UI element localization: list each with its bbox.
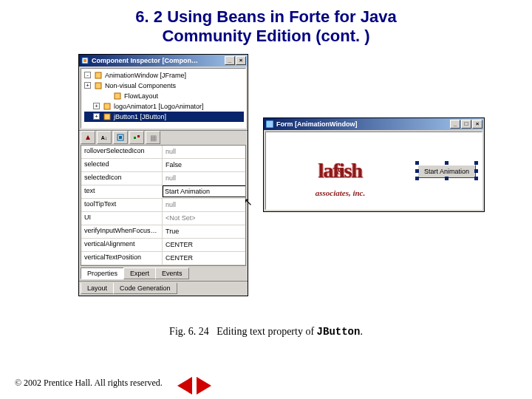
tabs-upper: PropertiesExpertEvents (79, 266, 248, 281)
property-row[interactable]: verticalTextPositionCENTER (81, 252, 245, 265)
tab-layout[interactable]: Layout (81, 283, 114, 294)
property-row[interactable]: selectedFalse (81, 159, 245, 172)
nav-arrows (177, 377, 211, 395)
svg-rect-1 (83, 59, 86, 62)
caption-text: Editing text property of (216, 326, 316, 337)
property-row[interactable]: text… (81, 185, 245, 199)
expand-icon[interactable]: - (84, 72, 91, 78)
property-name: UI (81, 212, 163, 225)
svg-rect-2 (95, 72, 101, 78)
property-value[interactable]: True (163, 225, 245, 238)
tree-row[interactable]: -AnimationWindow [JFrame] (84, 70, 244, 81)
property-name: verticalAlignment (81, 239, 163, 251)
next-slide-icon[interactable] (197, 377, 211, 395)
form-titlebar[interactable]: Form [AnimationWindow] _ □ × (264, 118, 484, 130)
property-name: verticalTextPosition (81, 252, 163, 265)
customizer-icon[interactable] (129, 131, 144, 144)
property-table: rolloverSelectedIconnullselectedFalsesel… (81, 145, 246, 266)
svg-rect-9 (134, 137, 136, 139)
prev-slide-icon[interactable] (177, 377, 192, 395)
inspector-titlebar[interactable]: Component Inspector [Compon… _ × (79, 55, 248, 66)
resize-handle[interactable] (474, 177, 478, 180)
expand-icon[interactable]: + (93, 103, 100, 109)
component-tree[interactable]: -AnimationWindow [JFrame]+Non-visual Com… (81, 68, 246, 129)
property-name: selected (81, 159, 163, 171)
property-name: toolTipText (81, 199, 163, 211)
form-canvas[interactable]: lafish & associates, inc. Start Animatio… (265, 132, 482, 210)
title-line-1: 6. 2 Using Beans in Forte for Java (30, 7, 502, 27)
inspector-title-text: Component Inspector [Compon… (92, 57, 198, 64)
property-value[interactable]: CENTER (163, 239, 245, 251)
jbutton-selection[interactable]: Start Animation (417, 163, 476, 178)
property-row[interactable]: verticalAlignmentCENTER (81, 239, 245, 252)
tabs-lower: LayoutCode Generation (79, 281, 248, 296)
form-title-text: Form [AnimationWindow] (276, 120, 357, 128)
component-icon (94, 81, 103, 90)
title-line-2: Community Edition (cont. ) (30, 27, 502, 46)
property-row[interactable]: UI<Not Set> (81, 212, 245, 225)
expand-icon[interactable]: + (93, 113, 100, 120)
property-value[interactable]: … (163, 185, 245, 198)
svg-rect-5 (104, 103, 110, 109)
resize-handle[interactable] (445, 161, 449, 165)
help-icon[interactable]: ▦ (146, 131, 160, 144)
slide-title: 6. 2 Using Beans in Forte for Java Commu… (0, 0, 532, 50)
svg-rect-10 (137, 135, 140, 137)
close-button[interactable]: × (236, 56, 246, 65)
caption-number: Fig. 6. 24 (169, 326, 209, 337)
property-value[interactable]: <Not Set> (163, 212, 245, 225)
form-close-button[interactable]: × (472, 120, 482, 129)
form-maximize-button[interactable]: □ (461, 120, 471, 129)
window-icon (81, 56, 89, 65)
tab-expert[interactable]: Expert (123, 267, 156, 279)
property-value[interactable]: False (163, 159, 245, 171)
tree-row[interactable]: FlowLayout (84, 91, 244, 101)
property-row[interactable]: selectedIconnull (81, 172, 245, 185)
property-row[interactable]: rolloverSelectedIconnull (81, 146, 245, 159)
tree-label: FlowLayout (124, 92, 158, 100)
resize-handle[interactable] (445, 177, 449, 180)
logo-animator-component[interactable]: lafish & associates, inc. (266, 132, 415, 209)
screenshot-area: Component Inspector [Compon… _ × -Animat… (78, 54, 485, 313)
sort-az-icon[interactable]: A↓ (97, 131, 112, 144)
minimize-button[interactable]: _ (225, 56, 235, 65)
resize-handle[interactable] (415, 169, 419, 173)
tab-events[interactable]: Events (155, 267, 189, 279)
resize-handle[interactable] (415, 161, 419, 165)
logo-ampersand: & (336, 166, 344, 177)
property-row[interactable]: toolTipTextnull (81, 199, 245, 212)
form-window-icon (265, 120, 274, 129)
component-icon (94, 71, 103, 80)
svg-rect-11 (266, 120, 273, 128)
property-name: verifyInputWhenFocus… (81, 225, 163, 238)
resize-handle[interactable] (415, 177, 419, 180)
tree-row[interactable]: +Non-visual Components (84, 81, 244, 91)
property-row[interactable]: verifyInputWhenFocus…True (81, 225, 245, 239)
tree-label: jButton1 [JButton] (114, 113, 166, 120)
property-value[interactable]: CENTER (163, 252, 245, 265)
property-name: rolloverSelectedIcon (81, 146, 163, 158)
logo-subtitle: associates, inc. (316, 188, 366, 197)
show-editor-icon[interactable] (113, 131, 128, 144)
form-designer-window: Form [AnimationWindow] _ □ × lafish & as… (263, 117, 485, 212)
caption-code: JButton (317, 326, 361, 338)
expand-icon[interactable]: + (84, 82, 91, 89)
property-text-input[interactable] (163, 185, 245, 197)
sort-asc-icon[interactable] (81, 131, 95, 144)
property-value[interactable]: null (163, 146, 245, 158)
tab-code-generation[interactable]: Code Generation (113, 283, 177, 294)
resize-handle[interactable] (474, 161, 478, 165)
property-value[interactable]: null (163, 172, 245, 185)
form-minimize-button[interactable]: _ (450, 120, 460, 129)
tree-row[interactable]: +logoAnimator1 [LogoAnimator] (84, 101, 244, 112)
tree-row[interactable]: +jButton1 [JButton] (84, 112, 244, 122)
inspector-toolbar: A↓ ▦ (79, 130, 248, 145)
component-icon (103, 102, 112, 111)
tree-label: Non-visual Components (105, 82, 176, 89)
copyright-text: © 2002 Prentice Hall. All rights reserve… (15, 378, 163, 389)
tab-properties[interactable]: Properties (81, 267, 124, 279)
property-value[interactable]: null (163, 199, 245, 211)
resize-handle[interactable] (474, 169, 478, 173)
figure-caption: Fig. 6. 24 Editing text property of JBut… (0, 326, 532, 338)
component-inspector-window: Component Inspector [Compon… _ × -Animat… (78, 54, 248, 296)
